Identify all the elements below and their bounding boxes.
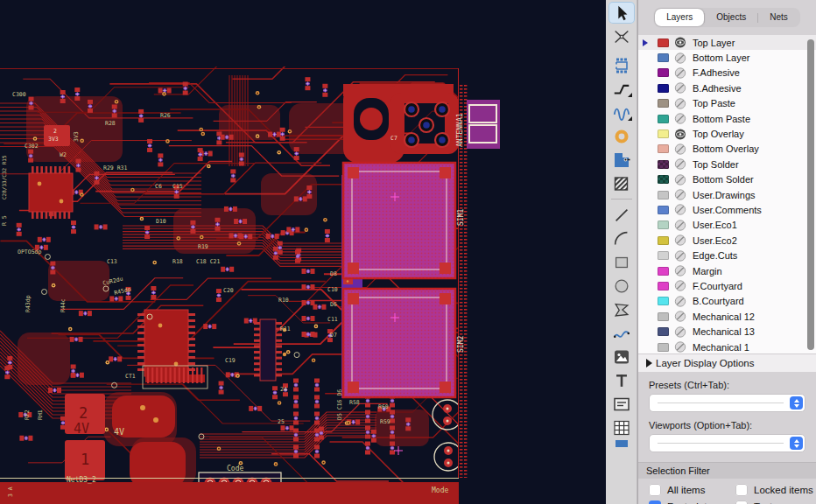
- layer-row-top-layer[interactable]: Top Layer: [638, 35, 816, 50]
- layer-color-swatch[interactable]: [658, 236, 669, 245]
- layer-row-bottom-solder[interactable]: Bottom Solder: [638, 172, 816, 187]
- pcb-canvas[interactable]: C300C30223V33V3R26R28W2R29 R31C6C15D10R1…: [0, 0, 606, 504]
- layer-color-swatch[interactable]: [658, 160, 669, 169]
- polygon-icon: [612, 300, 631, 319]
- layer-display-options-header[interactable]: Layer Display Options: [638, 354, 816, 372]
- layer-row-top-solder[interactable]: Top Solder: [638, 157, 816, 172]
- route-differential-pairs-tool[interactable]: [608, 102, 635, 123]
- layer-row-mechanical-13[interactable]: Mechanical 13: [638, 324, 816, 339]
- layer-hidden-slash-icon[interactable]: [674, 296, 686, 307]
- layer-hidden-slash-icon[interactable]: [674, 82, 686, 94]
- layer-row-mechanical-12[interactable]: Mechanical 12: [638, 309, 816, 324]
- layer-hidden-slash-icon[interactable]: [674, 280, 686, 291]
- layer-row-bottom-overlay[interactable]: Bottom Overlay: [638, 142, 816, 157]
- layer-list-scrollbar[interactable]: [807, 39, 814, 350]
- draw-bezier-tool[interactable]: [608, 322, 635, 344]
- route-tracks-tool[interactable]: [608, 78, 635, 100]
- layer-color-swatch[interactable]: [658, 175, 669, 184]
- add-via-tool[interactable]: [608, 125, 635, 147]
- viewports-dropdown[interactable]: [649, 434, 805, 452]
- layer-color-swatch[interactable]: [658, 206, 669, 214]
- layer-hidden-slash-icon[interactable]: [674, 234, 686, 246]
- checkbox-unchecked[interactable]: [735, 484, 748, 496]
- tab-layers[interactable]: Layers: [655, 9, 704, 26]
- draw-rectangle-tool[interactable]: [608, 251, 635, 273]
- layer-hidden-slash-icon[interactable]: [674, 189, 686, 200]
- checkbox-checked[interactable]: [649, 500, 661, 504]
- add-filled-zone-tool[interactable]: [608, 149, 635, 171]
- checkbox-unchecked[interactable]: [649, 484, 661, 496]
- layer-hidden-slash-icon[interactable]: [674, 174, 686, 186]
- add-text-tool[interactable]: [608, 369, 635, 391]
- layer-row-b-adhesive[interactable]: B.Adhesive: [638, 80, 816, 95]
- via-donut-icon: [612, 127, 631, 146]
- layer-color-swatch[interactable]: [658, 115, 669, 123]
- checkbox-unchecked[interactable]: [735, 500, 748, 504]
- draw-arc-tool[interactable]: [608, 228, 635, 249]
- layer-name-label: F.Adhesive: [693, 67, 740, 78]
- layer-color-swatch[interactable]: [658, 53, 669, 62]
- layer-color-swatch[interactable]: [658, 267, 669, 276]
- layer-color-swatch[interactable]: [658, 327, 669, 336]
- layer-color-swatch[interactable]: [658, 99, 669, 108]
- presets-dropdown[interactable]: [649, 394, 805, 412]
- layer-color-swatch[interactable]: [658, 84, 669, 93]
- layer-name-label: F.Courtyard: [693, 281, 742, 291]
- layer-hidden-slash-icon[interactable]: [674, 204, 686, 215]
- layer-hidden-slash-icon[interactable]: [674, 144, 686, 155]
- layer-hidden-slash-icon[interactable]: [674, 98, 686, 109]
- layer-row-margin[interactable]: Margin: [638, 263, 816, 278]
- layer-row-bottom-layer[interactable]: Bottom Layer: [638, 50, 816, 65]
- layer-hidden-slash-icon[interactable]: [674, 52, 686, 64]
- pcb-label: 3 A: [7, 486, 14, 497]
- layer-hidden-slash-icon[interactable]: [674, 250, 686, 262]
- layer-row-top-paste[interactable]: Top Paste: [638, 96, 816, 111]
- draw-line-tool[interactable]: [608, 204, 635, 226]
- draw-circle-tool[interactable]: [608, 275, 635, 297]
- layer-row-user-drawings[interactable]: User.Drawings: [638, 187, 816, 202]
- add-image-tool[interactable]: [608, 346, 635, 368]
- layer-color-swatch[interactable]: [658, 68, 669, 77]
- partial-tool[interactable]: [608, 440, 635, 447]
- layer-row-user-comments[interactable]: User.Comments: [638, 202, 816, 217]
- layer-color-swatch[interactable]: [658, 38, 669, 47]
- layer-color-swatch[interactable]: [658, 144, 669, 153]
- tab-nets[interactable]: Nets: [758, 9, 799, 26]
- layer-color-swatch[interactable]: [658, 220, 669, 229]
- add-rule-area-tool[interactable]: [608, 172, 635, 194]
- layer-visible-eye-icon[interactable]: [674, 37, 686, 48]
- layer-row-edge-cuts[interactable]: Edge.Cuts: [638, 248, 816, 262]
- layer-hidden-slash-icon[interactable]: [674, 220, 686, 231]
- layer-color-swatch[interactable]: [658, 312, 669, 321]
- add-table-tool[interactable]: [608, 416, 635, 438]
- layer-row-b-courtyard[interactable]: B.Courtyard: [638, 294, 816, 309]
- layer-visible-eye-icon[interactable]: [674, 129, 686, 140]
- layer-hidden-slash-icon[interactable]: [674, 326, 686, 338]
- pcb-label: D5 C16 D6: [336, 389, 343, 420]
- layer-hidden-slash-icon[interactable]: [674, 113, 686, 124]
- layer-hidden-slash-icon[interactable]: [674, 67, 686, 79]
- layer-color-swatch[interactable]: [658, 282, 669, 290]
- select-tool[interactable]: [608, 2, 635, 24]
- layer-color-swatch[interactable]: [658, 251, 669, 260]
- layer-row-f-courtyard[interactable]: F.Courtyard: [638, 278, 816, 293]
- layer-hidden-slash-icon[interactable]: [674, 341, 686, 353]
- layer-row-bottom-paste[interactable]: Bottom Paste: [638, 111, 816, 126]
- layer-row-mechanical-1[interactable]: Mechanical 1: [638, 340, 816, 354]
- layer-row-f-adhesive[interactable]: F.Adhesive: [638, 66, 816, 80]
- layer-color-swatch[interactable]: [658, 191, 669, 200]
- draw-polygon-tool[interactable]: [608, 298, 635, 320]
- add-textbox-tool[interactable]: [608, 393, 635, 415]
- layer-row-top-overlay[interactable]: Top Overlay: [638, 126, 816, 141]
- layer-hidden-slash-icon[interactable]: [674, 265, 686, 276]
- layer-color-swatch[interactable]: [658, 297, 669, 305]
- layer-color-swatch[interactable]: [658, 343, 669, 352]
- highlight-ratsnest-tool[interactable]: [608, 25, 635, 47]
- layer-hidden-slash-icon[interactable]: [674, 158, 686, 170]
- tab-objects[interactable]: Objects: [705, 9, 757, 26]
- layer-row-user-eco2[interactable]: User.Eco2: [638, 233, 816, 248]
- layer-color-swatch[interactable]: [658, 130, 669, 138]
- layer-hidden-slash-icon[interactable]: [674, 311, 686, 322]
- add-footprint-tool[interactable]: [608, 54, 635, 76]
- layer-row-user-eco1[interactable]: User.Eco1: [638, 218, 816, 233]
